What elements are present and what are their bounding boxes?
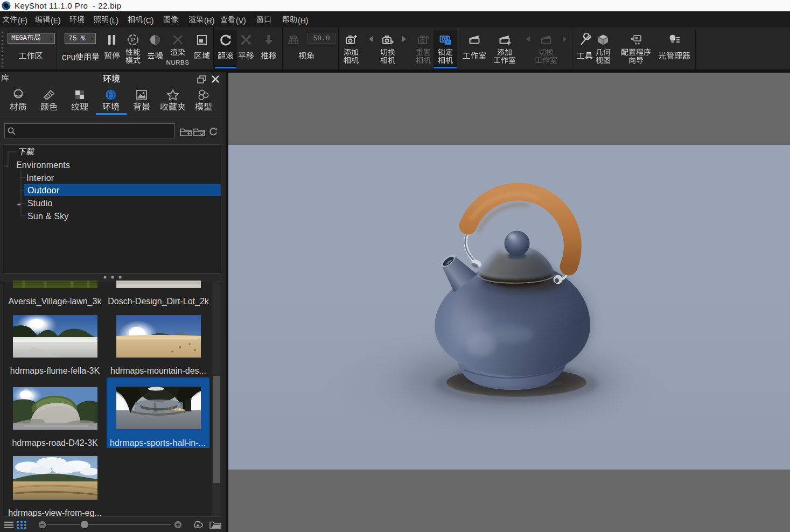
svg-text:P: P — [131, 37, 135, 43]
